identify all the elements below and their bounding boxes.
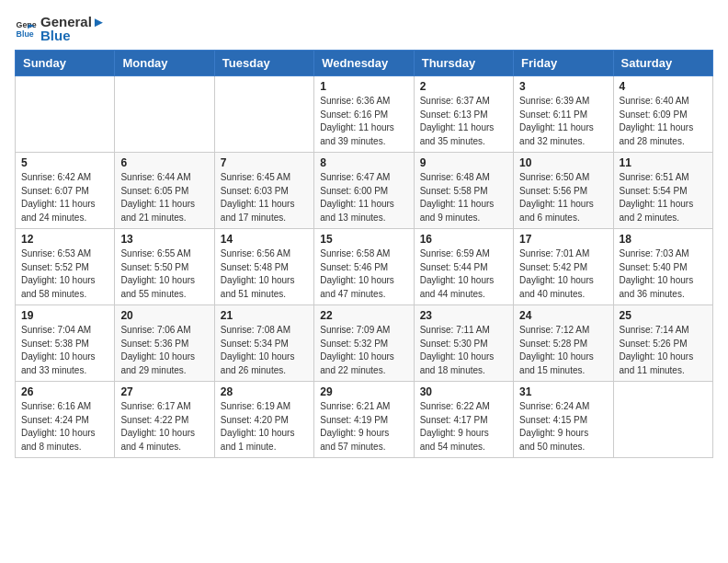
day-number: 3 [519,80,607,93]
day-cell: 10Sunrise: 6:50 AM Sunset: 5:56 PM Dayli… [514,153,613,229]
weekday-header-friday: Friday [514,51,613,76]
day-number: 12 [21,233,108,246]
day-info: Sunrise: 6:48 AM Sunset: 5:58 PM Dayligh… [420,171,507,224]
day-cell: 17Sunrise: 7:01 AM Sunset: 5:42 PM Dayli… [514,229,613,305]
day-info: Sunrise: 6:58 AM Sunset: 5:46 PM Dayligh… [320,247,407,301]
day-cell: 1Sunrise: 6:36 AM Sunset: 6:16 PM Daylig… [314,76,414,153]
day-info: Sunrise: 7:08 AM Sunset: 5:34 PM Dayligh… [221,324,308,377]
header: General Blue General► Blue [15,15,713,42]
day-info: Sunrise: 6:55 AM Sunset: 5:50 PM Dayligh… [120,247,208,301]
day-info: Sunrise: 6:59 AM Sunset: 5:44 PM Dayligh… [420,247,507,301]
logo-general-text: General► [40,15,106,29]
day-number: 5 [21,156,108,169]
day-number: 23 [420,309,507,322]
day-info: Sunrise: 6:47 AM Sunset: 6:00 PM Dayligh… [320,171,407,224]
week-row-2: 5Sunrise: 6:42 AM Sunset: 6:07 PM Daylig… [16,153,713,229]
day-cell [16,76,115,153]
day-number: 6 [120,156,208,169]
weekday-header-thursday: Thursday [414,51,513,76]
day-number: 29 [320,385,407,398]
day-cell: 5Sunrise: 6:42 AM Sunset: 6:07 PM Daylig… [16,153,115,229]
day-number: 11 [620,156,707,169]
day-cell: 18Sunrise: 7:03 AM Sunset: 5:40 PM Dayli… [613,229,712,305]
day-info: Sunrise: 6:36 AM Sunset: 6:16 PM Dayligh… [320,95,407,148]
day-cell: 25Sunrise: 7:14 AM Sunset: 5:26 PM Dayli… [613,305,712,382]
day-info: Sunrise: 6:53 AM Sunset: 5:52 PM Dayligh… [21,247,108,301]
day-info: Sunrise: 6:50 AM Sunset: 5:56 PM Dayligh… [519,171,607,224]
day-number: 30 [420,385,507,398]
day-cell [613,382,712,458]
day-cell [214,76,313,153]
day-info: Sunrise: 6:42 AM Sunset: 6:07 PM Dayligh… [21,171,108,224]
day-number: 10 [519,156,607,169]
day-number: 24 [519,309,607,322]
day-number: 16 [420,233,507,246]
day-info: Sunrise: 6:17 AM Sunset: 4:22 PM Dayligh… [120,400,208,454]
week-row-1: 1Sunrise: 6:36 AM Sunset: 6:16 PM Daylig… [16,76,713,153]
day-number: 8 [320,156,407,169]
day-cell: 27Sunrise: 6:17 AM Sunset: 4:22 PM Dayli… [115,382,214,458]
day-cell: 28Sunrise: 6:19 AM Sunset: 4:20 PM Dayli… [214,382,313,458]
svg-text:General: General [17,20,37,29]
day-number: 14 [221,233,308,246]
day-info: Sunrise: 6:22 AM Sunset: 4:17 PM Dayligh… [420,400,507,454]
day-info: Sunrise: 6:37 AM Sunset: 6:13 PM Dayligh… [420,95,507,148]
day-cell: 7Sunrise: 6:45 AM Sunset: 6:03 PM Daylig… [214,153,313,229]
day-info: Sunrise: 6:45 AM Sunset: 6:03 PM Dayligh… [221,171,308,224]
day-number: 2 [420,80,507,93]
day-number: 15 [320,233,407,246]
day-cell: 19Sunrise: 7:04 AM Sunset: 5:38 PM Dayli… [16,305,115,382]
day-info: Sunrise: 7:12 AM Sunset: 5:28 PM Dayligh… [519,324,607,377]
day-number: 26 [21,385,108,398]
day-info: Sunrise: 7:04 AM Sunset: 5:38 PM Dayligh… [21,324,108,377]
day-info: Sunrise: 6:56 AM Sunset: 5:48 PM Dayligh… [221,247,308,301]
logo-blue-text: Blue [40,29,106,42]
day-cell: 4Sunrise: 6:40 AM Sunset: 6:09 PM Daylig… [613,76,712,153]
day-cell: 14Sunrise: 6:56 AM Sunset: 5:48 PM Dayli… [214,229,313,305]
day-info: Sunrise: 7:03 AM Sunset: 5:40 PM Dayligh… [620,247,707,301]
day-info: Sunrise: 6:44 AM Sunset: 6:05 PM Dayligh… [120,171,208,224]
day-cell: 31Sunrise: 6:24 AM Sunset: 4:15 PM Dayli… [514,382,613,458]
day-cell: 15Sunrise: 6:58 AM Sunset: 5:46 PM Dayli… [314,229,414,305]
day-number: 7 [221,156,308,169]
week-row-4: 19Sunrise: 7:04 AM Sunset: 5:38 PM Dayli… [16,305,713,382]
day-cell: 11Sunrise: 6:51 AM Sunset: 5:54 PM Dayli… [613,153,712,229]
weekday-header-sunday: Sunday [16,51,115,76]
day-info: Sunrise: 7:01 AM Sunset: 5:42 PM Dayligh… [519,247,607,301]
day-number: 31 [519,385,607,398]
logo: General Blue General► Blue [15,15,106,42]
day-cell: 21Sunrise: 7:08 AM Sunset: 5:34 PM Dayli… [214,305,313,382]
day-cell: 12Sunrise: 6:53 AM Sunset: 5:52 PM Dayli… [16,229,115,305]
day-cell: 16Sunrise: 6:59 AM Sunset: 5:44 PM Dayli… [414,229,513,305]
day-cell: 29Sunrise: 6:21 AM Sunset: 4:19 PM Dayli… [314,382,414,458]
day-cell: 22Sunrise: 7:09 AM Sunset: 5:32 PM Dayli… [314,305,414,382]
day-number: 18 [620,233,707,246]
calendar: SundayMondayTuesdayWednesdayThursdayFrid… [15,50,713,458]
day-info: Sunrise: 6:24 AM Sunset: 4:15 PM Dayligh… [519,400,607,454]
day-cell: 3Sunrise: 6:39 AM Sunset: 6:11 PM Daylig… [514,76,613,153]
day-cell: 2Sunrise: 6:37 AM Sunset: 6:13 PM Daylig… [414,76,513,153]
week-row-5: 26Sunrise: 6:16 AM Sunset: 4:24 PM Dayli… [16,382,713,458]
day-cell: 8Sunrise: 6:47 AM Sunset: 6:00 PM Daylig… [314,153,414,229]
day-number: 17 [519,233,607,246]
day-number: 20 [120,309,208,322]
weekday-header-row: SundayMondayTuesdayWednesdayThursdayFrid… [16,51,713,76]
day-info: Sunrise: 6:21 AM Sunset: 4:19 PM Dayligh… [320,400,407,454]
weekday-header-wednesday: Wednesday [314,51,414,76]
day-cell: 26Sunrise: 6:16 AM Sunset: 4:24 PM Dayli… [16,382,115,458]
day-number: 28 [221,385,308,398]
day-number: 27 [120,385,208,398]
day-number: 21 [221,309,308,322]
day-info: Sunrise: 7:11 AM Sunset: 5:30 PM Dayligh… [420,324,507,377]
day-info: Sunrise: 6:16 AM Sunset: 4:24 PM Dayligh… [21,400,108,454]
weekday-header-saturday: Saturday [613,51,712,76]
day-number: 1 [320,80,407,93]
logo-icon: General Blue [15,17,37,40]
day-number: 22 [320,309,407,322]
day-cell: 13Sunrise: 6:55 AM Sunset: 5:50 PM Dayli… [115,229,214,305]
day-cell: 24Sunrise: 7:12 AM Sunset: 5:28 PM Dayli… [514,305,613,382]
weekday-header-tuesday: Tuesday [214,51,313,76]
day-cell: 23Sunrise: 7:11 AM Sunset: 5:30 PM Dayli… [414,305,513,382]
day-number: 4 [620,80,707,93]
day-info: Sunrise: 6:39 AM Sunset: 6:11 PM Dayligh… [519,95,607,148]
